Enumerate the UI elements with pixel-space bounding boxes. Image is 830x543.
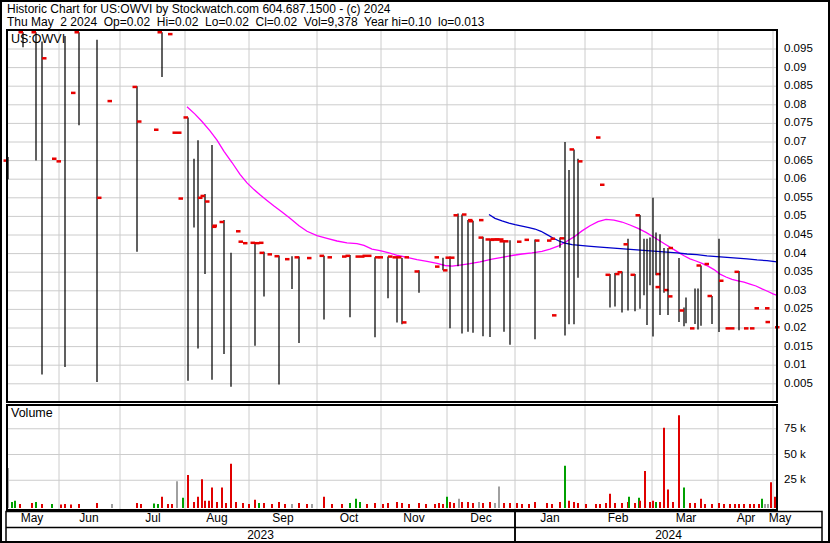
stockwatch-historic-chart-window: Historic Chart for US:OWVI by Stockwatch… [0, 0, 830, 543]
year-label: 2024 [515, 529, 822, 543]
price-axis-label: 0.035 [784, 265, 813, 278]
price-axis-label: 0.07 [784, 135, 806, 148]
price-axis-label: 0.025 [784, 302, 813, 315]
price-axis-label: 0.02 [784, 321, 806, 334]
month-label: May [769, 512, 792, 526]
month-label: Dec [470, 512, 491, 526]
price-axis-label: 0.005 [784, 377, 813, 390]
price-axis-label: 0.045 [784, 228, 813, 241]
month-label: Apr [737, 512, 756, 526]
volume-pane-label: Volume [11, 406, 53, 420]
chart-canvas [2, 2, 828, 541]
short-term-ma [489, 215, 777, 262]
price-axis-label: 0.095 [784, 42, 813, 55]
volume-axis-label: 50 k [784, 448, 806, 461]
price-axis-label: 0.075 [784, 116, 813, 129]
volume-pane-frame [7, 405, 777, 510]
month-label: Nov [403, 512, 424, 526]
month-label: Jan [540, 512, 559, 526]
volume-axis-label: 25 k [784, 473, 806, 486]
price-axis-label: 0.08 [784, 98, 806, 111]
header-quote-line: Thu May 2 2024 Op=0.02 Hi=0.02 Lo=0.02 C… [7, 16, 484, 30]
price-axis-label: 0.01 [784, 358, 806, 371]
price-axis-label: 0.06 [784, 172, 806, 185]
month-label: Oct [340, 512, 359, 526]
month-label: Jun [79, 512, 98, 526]
price-axis-label: 0.09 [784, 61, 806, 74]
price-axis-label: 0.065 [784, 154, 813, 167]
price-axis-label: 0.04 [784, 247, 806, 260]
price-axis-label: 0.05 [784, 209, 806, 222]
symbol-label: US:OWVI [11, 32, 65, 46]
volume-axis-label: 75 k [784, 422, 806, 435]
price-axis-label: 0.015 [784, 340, 813, 353]
month-label: Feb [608, 512, 629, 526]
long-term-ma [187, 107, 777, 296]
price-axis-label: 0.055 [784, 191, 813, 204]
year-label: 2023 [6, 529, 515, 543]
price-axis-label: 0.03 [784, 284, 806, 297]
month-label: Jul [145, 512, 160, 526]
month-label: Aug [206, 512, 227, 526]
month-label: Sep [272, 512, 293, 526]
month-label: Mar [676, 512, 697, 526]
price-axis-label: 0.085 [784, 79, 813, 92]
month-label: May [21, 512, 44, 526]
